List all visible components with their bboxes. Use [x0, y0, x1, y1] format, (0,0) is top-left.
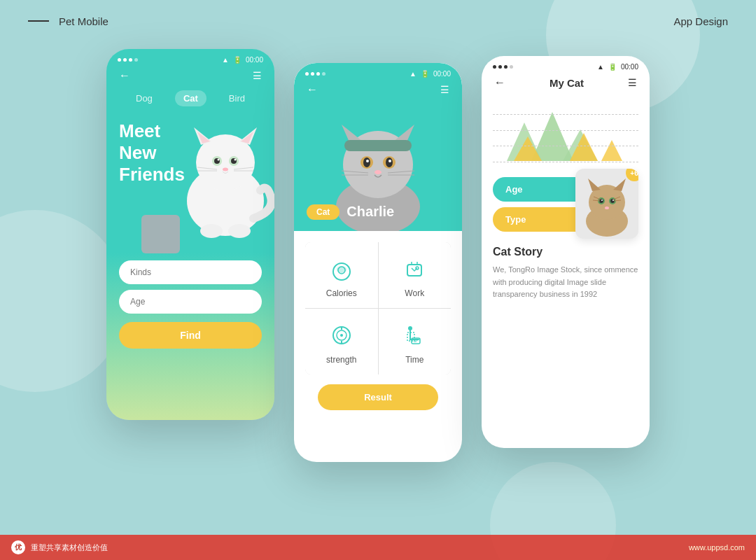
phone3-status-bar: ▲ 🔋 00:00 [482, 56, 650, 74]
dot4 [134, 58, 138, 62]
watermark-logo: 优 [11, 540, 25, 554]
phone3-chart-area [482, 94, 650, 172]
svg-point-26 [363, 158, 370, 167]
p2-dot3 [316, 72, 320, 76]
p2-dot4 [322, 72, 326, 76]
watermark-text: 重塑共享素材创造价值 [31, 542, 108, 553]
svg-marker-59 [588, 178, 601, 191]
svg-point-67 [605, 206, 609, 209]
find-button[interactable]: Find [119, 322, 262, 349]
phone2-status-right: ▲ 🔋 00:00 [410, 70, 451, 78]
phone3-time: 00:00 [621, 63, 638, 71]
phone2-cat-label-row: Cat Charlie [307, 204, 394, 220]
p2-battery-icon: 🔋 [421, 70, 429, 78]
time-icon [400, 321, 428, 349]
phone3-nav-bar: ← My Cat ☰ [482, 74, 650, 94]
p3-dot3 [504, 65, 507, 69]
p2-dot1 [305, 72, 309, 76]
phone1-hero-text: MeetNewFriends [119, 120, 262, 186]
phone1-signal-dots [118, 58, 138, 62]
header: Pet Mobile App Design [0, 0, 756, 42]
story-text: We, TongRo Image Stock, since ommence wi… [493, 264, 638, 301]
kinds-input[interactable] [119, 260, 262, 284]
phone3-cat-story: Cat Story We, TongRo Image Stock, since … [482, 237, 650, 307]
header-title: Pet Mobile [59, 15, 108, 27]
grid-cell-work: Work [379, 242, 451, 308]
phone3-menu-icon[interactable]: ☰ [628, 77, 637, 88]
phone3-info-cards: Age Type [482, 172, 650, 237]
phone1-time: 00:00 [246, 56, 263, 64]
watermark-url: www.uppsd.com [689, 543, 745, 552]
svg-point-46 [340, 334, 343, 337]
p2-wifi-icon: ▲ [410, 70, 416, 78]
cat-name: Charlie [346, 204, 394, 220]
p3-dot4 [510, 65, 513, 69]
dot2 [123, 58, 127, 62]
phone-2: ▲ 🔋 00:00 ← ☰ [294, 63, 462, 462]
svg-point-28 [366, 160, 369, 162]
phone1-hero-area: MeetNewFriends [106, 113, 274, 253]
p3-dot2 [498, 65, 502, 69]
phone1-status-bar: ▲ 🔋 00:00 [106, 49, 274, 66]
wifi-icon: ▲ [222, 56, 229, 64]
svg-point-18 [228, 224, 251, 238]
strength-icon [328, 321, 356, 349]
pet-thumbnail: +6 [575, 169, 638, 239]
phone2-status-bar: ▲ 🔋 00:00 [294, 63, 462, 80]
phone1-search-form: Find [106, 260, 274, 349]
svg-point-17 [200, 224, 223, 238]
phone2-signal-dots [305, 72, 326, 76]
strength-label: strength [326, 355, 356, 365]
phone1-status-right: ▲ 🔋 00:00 [222, 56, 263, 64]
phone2-back-arrow[interactable]: ← [307, 83, 318, 96]
header-left: Pet Mobile [28, 15, 108, 27]
box-decoration [141, 215, 180, 253]
phones-container: ▲ 🔋 00:00 ← ☰ Dog Cat Bird MeetNewFriend… [106, 49, 650, 462]
info-grid: Calories Work [305, 242, 451, 374]
age-card: Age [493, 177, 587, 202]
dot1 [118, 58, 121, 62]
calories-icon [328, 255, 356, 283]
work-label: Work [405, 288, 424, 298]
svg-point-27 [386, 158, 393, 167]
result-button[interactable]: Result [318, 384, 438, 410]
chart-line-3 [493, 146, 638, 146]
phone-1: ▲ 🔋 00:00 ← ☰ Dog Cat Bird MeetNewFriend… [106, 49, 274, 420]
svg-rect-23 [344, 140, 412, 151]
svg-point-66 [612, 200, 614, 201]
phone3-page-title: My Cat [550, 77, 584, 89]
chart-dashed-lines [493, 102, 638, 164]
phone2-top-section: ▲ 🔋 00:00 ← ☰ [294, 63, 462, 231]
chart-line-4 [493, 162, 638, 162]
phone-3: ▲ 🔋 00:00 ← My Cat ☰ [482, 56, 650, 448]
svg-point-30 [374, 170, 382, 174]
chart-line-1 [493, 114, 638, 115]
header-line-icon [28, 20, 49, 22]
svg-point-29 [388, 160, 391, 162]
type-card: Type [493, 207, 587, 232]
grid-cell-strength: strength [305, 309, 378, 374]
svg-point-65 [601, 200, 603, 201]
phone2-time: 00:00 [433, 70, 451, 78]
time-label: Time [405, 355, 424, 365]
svg-point-47 [408, 326, 412, 330]
grid-cell-time: Time [379, 309, 451, 374]
phone1-menu-icon[interactable]: ☰ [253, 70, 262, 81]
age-input[interactable] [119, 290, 262, 314]
work-icon [400, 255, 428, 283]
chart-line-2 [493, 130, 638, 131]
phone2-menu-icon[interactable]: ☰ [440, 84, 449, 95]
p2-dot2 [311, 72, 314, 76]
p3-wifi-icon: ▲ [597, 63, 604, 71]
calories-label: Calories [326, 288, 357, 298]
p3-battery-icon: 🔋 [608, 63, 617, 71]
phone2-grid-section: Calories Work [294, 231, 462, 410]
svg-marker-60 [613, 178, 626, 191]
phone3-status-right: ▲ 🔋 00:00 [597, 63, 638, 71]
phone1-nav-bar: ← ☰ [106, 66, 274, 88]
tab-dog[interactable]: Dog [127, 90, 161, 106]
p3-dot1 [493, 65, 496, 69]
phone3-back-arrow[interactable]: ← [494, 76, 505, 89]
phone2-nav-bar: ← ☰ [294, 80, 462, 96]
phone1-back-arrow[interactable]: ← [119, 69, 130, 82]
